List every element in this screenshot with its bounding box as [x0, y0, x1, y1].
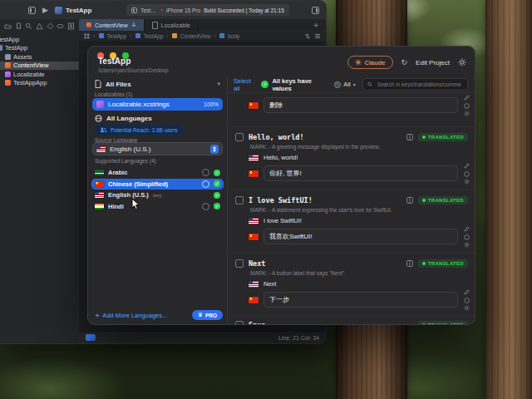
- us-flag-icon: [249, 155, 259, 161]
- test-navigator-icon[interactable]: [47, 22, 54, 30]
- xcstrings-file-row[interactable]: Localizable.xcstrings 100%: [92, 98, 223, 111]
- scheme-icon: [131, 7, 137, 13]
- back-chevron-icon[interactable]: ‹: [93, 32, 96, 39]
- folder-icon: [135, 33, 140, 38]
- review-ring-icon[interactable]: [202, 180, 209, 188]
- approve-circle-icon[interactable]: [464, 171, 470, 177]
- window-sidebar: All Files ▾ Localizables (1) Localizable…: [88, 76, 228, 324]
- search-input[interactable]: [376, 81, 463, 88]
- source-language-select[interactable]: English (U.S.): [92, 142, 223, 155]
- breadcrumb-item[interactable]: ContentView: [180, 33, 211, 39]
- debug-navigator-icon[interactable]: [57, 22, 64, 30]
- code-review-icon[interactable]: [304, 33, 311, 39]
- columns-icon[interactable]: [406, 260, 413, 267]
- settings-gear-icon[interactable]: [464, 305, 470, 311]
- swift-file-icon: [5, 80, 11, 86]
- translation-input[interactable]: 删除: [264, 97, 458, 113]
- entry-checkbox[interactable]: [235, 196, 244, 204]
- file-tree: TestApp TestApp Assets ContentView Local…: [0, 35, 79, 87]
- crown-icon: ♛: [198, 312, 203, 318]
- issue-navigator-icon[interactable]: [36, 22, 43, 30]
- edit-icon[interactable]: [464, 289, 470, 295]
- report-navigator-icon[interactable]: [67, 22, 75, 30]
- string-entry-next: Next TRANSLATED MARK: - A button label t…: [227, 254, 475, 317]
- entry-checkbox[interactable]: [235, 133, 244, 141]
- file-tree-row-localizable[interactable]: Localizable: [0, 70, 79, 79]
- adjust-editor-icon[interactable]: [314, 33, 321, 39]
- file-tree-row-project[interactable]: TestApp: [0, 35, 79, 44]
- translation-input[interactable]: 下一步: [264, 292, 458, 308]
- refresh-icon[interactable]: ↻: [401, 58, 408, 66]
- project-icon: [99, 33, 104, 38]
- string-catalog-icon: [96, 101, 104, 108]
- asset-catalog-icon: [5, 54, 11, 60]
- tab-contentview[interactable]: ContentView: [79, 19, 145, 31]
- add-languages-button[interactable]: + Add More Languages...: [95, 312, 167, 319]
- translation-input[interactable]: 我喜欢SwiftUI!: [264, 229, 458, 244]
- scheme-name[interactable]: TestApp: [140, 7, 157, 13]
- language-row-hindi[interactable]: Hindi ✓: [91, 201, 224, 213]
- scope-icon: [219, 33, 224, 38]
- columns-icon[interactable]: [406, 134, 413, 140]
- claude-button[interactable]: Claude: [347, 56, 393, 69]
- language-row-arabic[interactable]: Arabic ✓: [91, 167, 224, 179]
- translation-input[interactable]: 你好, 世界!: [264, 165, 458, 181]
- project-navigator-icon[interactable]: [4, 22, 12, 30]
- breadcrumb-separator: ›: [130, 32, 132, 39]
- all-languages-row[interactable]: All Languages: [88, 113, 227, 124]
- strings-toolbar: Select all ✓ All keys have values All ▾: [227, 76, 475, 93]
- tab-localizable[interactable]: Localizable: [145, 19, 199, 31]
- review-ring-icon[interactable]: [202, 169, 209, 176]
- find-navigator-icon[interactable]: [25, 22, 32, 30]
- translation-tools: [464, 163, 470, 185]
- settings-gear-icon[interactable]: [464, 111, 470, 116]
- destination-name[interactable]: iPhone 15 Pro: [166, 7, 200, 13]
- line-col-indicator: Line: 21 Col: 34: [278, 335, 319, 341]
- translated-badge: TRANSLATED: [418, 321, 468, 324]
- entry-key: Save: [249, 321, 265, 324]
- edit-icon[interactable]: [464, 226, 470, 232]
- approve-circle-icon[interactable]: [464, 103, 470, 109]
- review-ring-icon[interactable]: [202, 203, 209, 210]
- breadcrumb-item[interactable]: TestApp: [144, 33, 164, 39]
- file-tree-row-testappapp[interactable]: TestAppApp: [0, 79, 79, 88]
- language-row-chinese[interactable]: Chinese (Simplified) ✓: [91, 179, 224, 190]
- inspector-toggle-icon[interactable]: [312, 7, 319, 14]
- search-field[interactable]: [362, 78, 468, 91]
- settings-gear-icon[interactable]: [464, 242, 470, 248]
- breadcrumb-item[interactable]: body: [228, 33, 239, 39]
- all-files-row[interactable]: All Files ▾: [88, 78, 227, 90]
- people-icon: [100, 127, 107, 133]
- translated-check-icon: ✓: [214, 180, 220, 187]
- string-entry-delete: 删除: [227, 97, 475, 127]
- approve-circle-icon[interactable]: [464, 234, 470, 240]
- file-tree-row-contentview[interactable]: ContentView: [0, 62, 79, 71]
- source-string-row: I love SwiftUI!: [249, 217, 468, 224]
- chevron-down-icon: ▾: [217, 81, 220, 87]
- editor-options-icon[interactable]: [86, 334, 96, 341]
- settings-gear-icon[interactable]: [464, 179, 470, 185]
- bookmark-navigator-icon[interactable]: [15, 22, 22, 30]
- navigator-toggle-icon[interactable]: [28, 7, 36, 14]
- new-tab-button[interactable]: +: [306, 19, 326, 31]
- approve-circle-icon[interactable]: [464, 298, 470, 303]
- tab-pin-icon[interactable]: [131, 22, 136, 28]
- edit-icon[interactable]: [464, 163, 470, 169]
- breadcrumb-item[interactable]: TestApp: [107, 33, 127, 39]
- related-items-icon[interactable]: [84, 33, 90, 39]
- file-tree-row-group[interactable]: TestApp: [0, 44, 79, 53]
- run-button[interactable]: ▶: [42, 7, 48, 14]
- file-tree-row-assets[interactable]: Assets: [0, 52, 79, 62]
- entry-checkbox[interactable]: [235, 259, 244, 268]
- scheme-device-pill[interactable]: TestApp › iPhone 15 Pro Build Succeeded …: [126, 4, 288, 16]
- edit-project-button[interactable]: Edit Project: [416, 59, 450, 66]
- columns-icon[interactable]: [406, 197, 413, 204]
- entry-checkbox[interactable]: [235, 321, 244, 324]
- gear-icon[interactable]: [458, 58, 466, 66]
- language-row-english[interactable]: English (U.S.) (en) ✓: [91, 190, 224, 201]
- edit-icon[interactable]: [464, 95, 470, 101]
- india-flag-icon: [95, 204, 104, 209]
- pro-button[interactable]: ♛ PRO: [192, 310, 223, 320]
- select-all-button[interactable]: Select all: [234, 77, 254, 92]
- filter-dropdown[interactable]: All ▾: [334, 81, 355, 88]
